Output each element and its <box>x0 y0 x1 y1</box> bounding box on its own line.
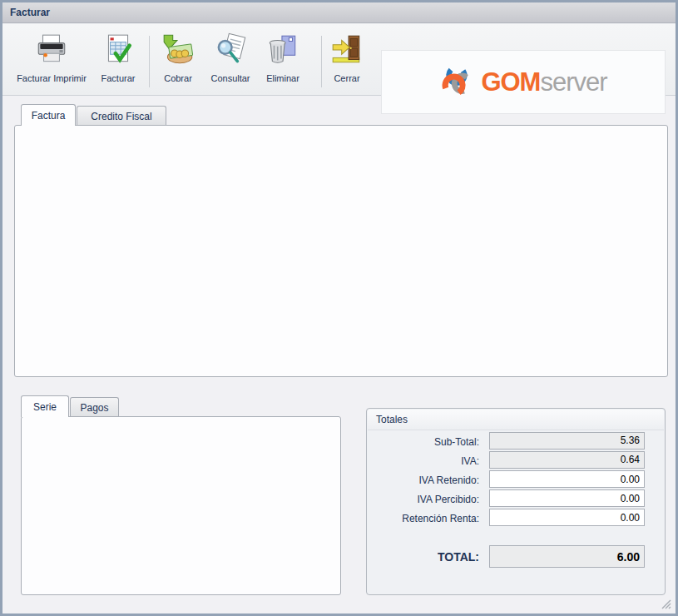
toolbar-button-label: Cobrar <box>164 73 192 83</box>
toolbar-separator <box>321 36 322 87</box>
iva-label: IVA: <box>360 455 479 467</box>
retencion-renta-input[interactable] <box>489 509 645 526</box>
tab-credito-fiscal[interactable]: Credito Fiscal <box>77 106 166 126</box>
exit-door-icon <box>329 32 364 71</box>
gomserver-logo-icon <box>439 62 481 102</box>
tab-label: Credito Fiscal <box>91 111 151 122</box>
window-title: Facturar <box>10 7 50 18</box>
totales-title: Totales <box>376 414 408 425</box>
collect-payment-icon <box>161 32 195 71</box>
printer-icon <box>34 32 69 71</box>
tab-label: Serie <box>33 401 57 413</box>
subtotal-label: Sub-Total: <box>360 436 479 448</box>
toolbar: Facturar Imprimir Facturar <box>2 24 676 96</box>
retencion-renta-label: Retención Renta: <box>360 513 479 524</box>
consultar-button[interactable]: Consultar <box>205 32 255 91</box>
toolbar-separator <box>149 36 150 87</box>
iva-field: 0.64 <box>489 451 645 469</box>
toolbar-button-label: Facturar Imprimir <box>17 73 87 83</box>
tab-factura[interactable]: Factura <box>21 104 76 126</box>
toolbar-button-label: Eliminar <box>266 73 299 83</box>
total-field: 6.00 <box>489 545 645 568</box>
iva-retenido-label: IVA Retenido: <box>360 474 479 486</box>
facturar-window: Facturar Facturar Imprimir <box>0 0 678 616</box>
tab-label: Factura <box>32 110 66 122</box>
serie-panel <box>21 416 341 595</box>
eliminar-button[interactable]: Eliminar <box>260 32 306 91</box>
total-label: TOTAL: <box>360 550 479 564</box>
tab-pagos[interactable]: Pagos <box>70 397 119 417</box>
delete-trash-icon <box>265 32 300 71</box>
facturar-button[interactable]: Facturar <box>94 32 142 91</box>
facturar-imprimir-button[interactable]: Facturar Imprimir <box>11 32 92 91</box>
iva-percibido-label: IVA Percibido: <box>360 494 479 505</box>
toolbar-button-label: Cerrar <box>334 73 359 83</box>
brand-logo: GOMserver <box>381 50 666 114</box>
iva-retenido-input[interactable] <box>489 470 645 488</box>
resize-grip-icon[interactable] <box>660 598 671 609</box>
subtotal-field: 5.36 <box>489 432 645 450</box>
title-bar[interactable]: Facturar <box>2 2 676 23</box>
invoice-check-icon <box>101 32 136 71</box>
totales-header: Totales <box>368 410 664 430</box>
tab-label: Pagos <box>80 402 108 414</box>
cerrar-button[interactable]: Cerrar <box>325 32 369 91</box>
tab-serie[interactable]: Serie <box>21 395 69 417</box>
toolbar-button-label: Consultar <box>210 73 250 83</box>
cobrar-button[interactable]: Cobrar <box>155 32 201 91</box>
factura-panel <box>14 125 668 377</box>
toolbar-button-label: Facturar <box>101 73 136 83</box>
brand-name-bold: GOM <box>481 67 540 97</box>
iva-percibido-input[interactable] <box>489 489 645 507</box>
search-document-icon <box>213 32 248 71</box>
brand-name-light: server <box>540 67 606 97</box>
